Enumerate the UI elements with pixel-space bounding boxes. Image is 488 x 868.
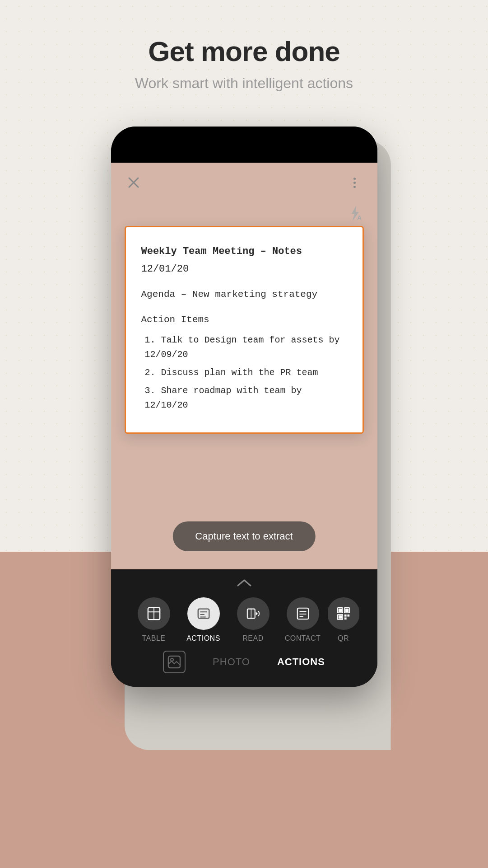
phone-topbar bbox=[111, 127, 377, 163]
bottom-tabs: PHOTO ACTIONS bbox=[111, 651, 377, 673]
tab-photo[interactable]: PHOTO bbox=[213, 656, 250, 668]
svg-rect-23 bbox=[338, 615, 342, 619]
phone-body: A Weekly Team Meeting – Notes 12/01/20 A… bbox=[111, 127, 377, 687]
paper-corner bbox=[355, 714, 391, 750]
actions-icon-circle bbox=[187, 597, 220, 630]
mode-read[interactable]: READ bbox=[228, 597, 278, 643]
read-label: READ bbox=[242, 634, 263, 643]
mode-contact[interactable]: CONTACT bbox=[278, 597, 328, 643]
camera-view: A Weekly Team Meeting – Notes 12/01/20 A… bbox=[111, 163, 377, 569]
page-title: Get more done bbox=[0, 36, 488, 67]
more-button[interactable] bbox=[345, 173, 365, 192]
doc-date: 12/01/20 bbox=[141, 261, 347, 277]
document-card: Weekly Team Meeting – Notes 12/01/20 Age… bbox=[125, 226, 364, 434]
doc-title: Weekly Team Meeting – Notes bbox=[141, 244, 347, 259]
actions-label: ACTIONS bbox=[186, 634, 220, 643]
up-chevron[interactable] bbox=[111, 578, 377, 590]
contact-icon-circle bbox=[287, 597, 319, 630]
svg-point-28 bbox=[171, 658, 173, 661]
camera-top-controls bbox=[111, 163, 377, 202]
svg-rect-26 bbox=[344, 617, 346, 619]
mode-qr[interactable]: QR bbox=[328, 597, 359, 643]
mode-table[interactable]: TABLE bbox=[129, 597, 179, 643]
doc-section-title: Action Items bbox=[141, 312, 347, 328]
mode-icons-row: TABLE ACTIONS bbox=[111, 597, 377, 643]
mode-actions[interactable]: ACTIONS bbox=[179, 597, 228, 643]
phone-mockup: A Weekly Team Meeting – Notes 12/01/20 A… bbox=[111, 127, 377, 687]
close-button[interactable] bbox=[124, 173, 144, 192]
table-icon-circle bbox=[138, 597, 170, 630]
qr-label: QR bbox=[338, 634, 349, 643]
flash-icon[interactable]: A bbox=[345, 203, 365, 223]
svg-text:A: A bbox=[357, 214, 362, 221]
doc-item-1: 1. Talk to Design team for assets by 12/… bbox=[141, 333, 347, 362]
tab-actions[interactable]: ACTIONS bbox=[277, 656, 325, 668]
read-icon-circle bbox=[237, 597, 270, 630]
header-section: Get more done Work smart with intelligen… bbox=[0, 0, 488, 110]
svg-marker-13 bbox=[256, 612, 257, 615]
doc-agenda: Agenda – New marketing strategy bbox=[141, 287, 347, 302]
capture-button[interactable]: Capture text to extract bbox=[172, 521, 315, 551]
doc-item-2: 2. Discuss plan with the PR team bbox=[141, 366, 347, 380]
contact-label: CONTACT bbox=[285, 634, 321, 643]
gallery-icon[interactable] bbox=[163, 651, 186, 673]
table-label: TABLE bbox=[142, 634, 166, 643]
page-subtitle: Work smart with intelligent actions bbox=[0, 75, 488, 92]
svg-rect-24 bbox=[344, 615, 346, 617]
qr-icon-circle bbox=[328, 597, 359, 630]
doc-item-3: 3. Share roadmap with team by 12/10/20 bbox=[141, 384, 347, 413]
svg-rect-21 bbox=[345, 609, 349, 612]
phone-bottom-bar: TABLE ACTIONS bbox=[111, 569, 377, 687]
svg-rect-19 bbox=[338, 609, 342, 612]
svg-rect-25 bbox=[347, 615, 349, 617]
